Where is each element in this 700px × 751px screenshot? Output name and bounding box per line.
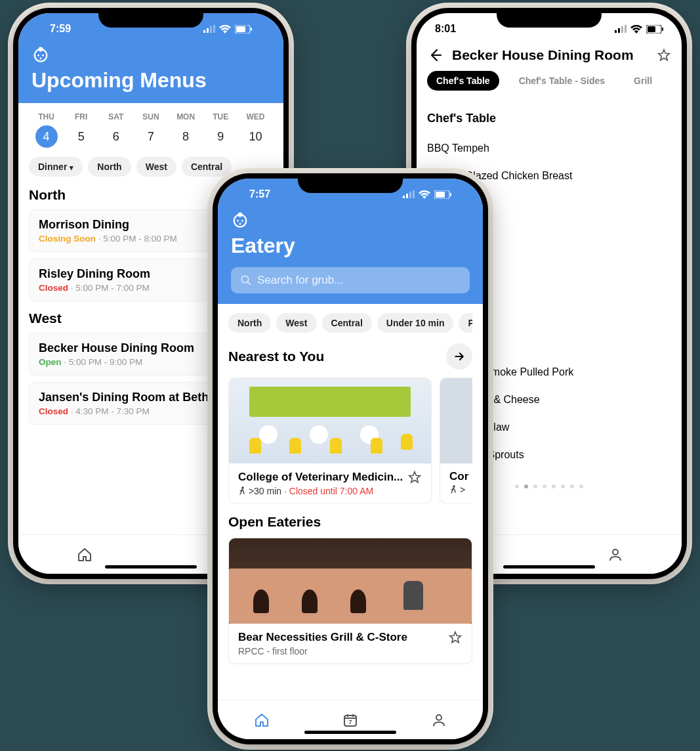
home-indicator[interactable] xyxy=(304,731,396,734)
nearest-card-vet[interactable]: College of Veterinary Medicin... >30 min… xyxy=(228,377,432,504)
wifi-icon xyxy=(219,25,231,33)
svg-point-9 xyxy=(37,54,39,56)
chip-north[interactable]: North xyxy=(88,157,131,177)
search-placeholder: Search for grub... xyxy=(257,274,343,287)
notch xyxy=(497,8,602,28)
detail-title: Becker House Dining Room xyxy=(452,47,648,63)
page-title: Upcoming Menus xyxy=(31,68,270,93)
date-6[interactable]: 6 xyxy=(98,125,133,148)
star-icon[interactable] xyxy=(407,470,422,484)
svg-rect-30 xyxy=(409,192,411,198)
svg-rect-29 xyxy=(406,194,408,198)
status-time: 7:59 xyxy=(50,23,71,35)
home-icon xyxy=(77,547,93,563)
svg-point-10 xyxy=(42,54,44,56)
chip-central[interactable]: Central xyxy=(182,157,232,177)
back-icon[interactable] xyxy=(427,47,443,63)
chip-meal[interactable]: Dinner▾ xyxy=(29,157,83,177)
tab-profile[interactable] xyxy=(430,711,448,729)
svg-point-38 xyxy=(241,220,243,222)
search-icon xyxy=(240,274,252,286)
tab-home[interactable] xyxy=(253,711,271,729)
date-7[interactable]: 7 xyxy=(133,125,168,148)
svg-rect-5 xyxy=(236,26,245,32)
svg-point-39 xyxy=(239,223,241,225)
dates-row: 4 5 6 7 8 9 10 xyxy=(29,125,273,157)
svg-point-43 xyxy=(453,485,455,487)
walk-icon xyxy=(238,486,246,496)
chip-west[interactable]: West xyxy=(136,157,176,177)
eatery-image xyxy=(229,538,472,624)
chip-under-10[interactable]: Under 10 min xyxy=(377,313,454,333)
tab-grill[interactable]: Grill xyxy=(625,71,661,91)
eatery-image xyxy=(229,378,431,463)
svg-point-42 xyxy=(241,486,243,488)
svg-rect-1 xyxy=(207,28,209,33)
notch xyxy=(98,8,203,28)
svg-rect-2 xyxy=(210,26,212,33)
date-5[interactable]: 5 xyxy=(64,125,98,148)
battery-icon xyxy=(434,190,451,199)
status-time: 7:57 xyxy=(249,188,270,200)
star-icon[interactable] xyxy=(657,48,671,62)
home-indicator[interactable] xyxy=(105,565,197,569)
svg-rect-21 xyxy=(648,26,655,32)
page-title: Eatery xyxy=(231,234,470,258)
svg-rect-19 xyxy=(625,25,627,33)
phone-eatery-home: 7:57 Eatery Search for grub... North Wes… xyxy=(213,173,488,744)
menu-section-title: Chef's Table xyxy=(427,112,671,125)
home-indicator[interactable] xyxy=(503,565,595,569)
nearest-card-next[interactable]: Cor > xyxy=(440,377,472,504)
date-10[interactable]: 10 xyxy=(238,125,273,148)
profile-icon xyxy=(431,712,447,728)
menu-item[interactable]: BBQ Tempeh xyxy=(427,135,671,162)
signal-icon xyxy=(403,190,415,198)
notch xyxy=(298,173,403,193)
tab-profile[interactable] xyxy=(606,546,625,564)
star-icon[interactable] xyxy=(448,630,463,645)
nearest-arrow-button[interactable] xyxy=(446,343,472,370)
svg-line-41 xyxy=(247,282,251,285)
eatery-sub: RPCC - first floor xyxy=(238,646,463,656)
eatery-name: Cor xyxy=(449,470,468,483)
svg-rect-17 xyxy=(618,28,620,33)
home-icon xyxy=(254,712,270,728)
tab-chefs-table-sides[interactable]: Chef's Table - Sides xyxy=(510,71,614,91)
status-time: 8:01 xyxy=(435,23,456,35)
svg-rect-18 xyxy=(621,26,623,33)
date-4[interactable]: 4 xyxy=(29,125,64,148)
nearest-title: Nearest to You xyxy=(228,349,324,364)
wifi-icon xyxy=(419,190,430,199)
signal-icon xyxy=(615,25,627,33)
profile-icon xyxy=(607,547,623,563)
walk-icon xyxy=(449,485,457,494)
date-9[interactable]: 9 xyxy=(203,125,238,148)
date-8[interactable]: 8 xyxy=(169,125,203,148)
search-input[interactable]: Search for grub... xyxy=(231,267,470,293)
chevron-down-icon: ▾ xyxy=(70,163,73,171)
svg-point-48 xyxy=(436,715,442,720)
svg-rect-31 xyxy=(413,190,415,198)
svg-point-11 xyxy=(40,58,42,60)
svg-point-8 xyxy=(39,47,43,52)
eatery-name: Bear Necessities Grill & C-Store xyxy=(238,631,407,644)
svg-rect-3 xyxy=(213,25,215,33)
chip-west[interactable]: West xyxy=(276,313,316,333)
tab-home[interactable] xyxy=(75,546,94,564)
chip-payment[interactable]: Payment xyxy=(459,313,472,333)
battery-icon xyxy=(235,25,252,33)
wifi-icon xyxy=(630,25,642,33)
app-logo-icon xyxy=(31,45,50,63)
app-logo-icon xyxy=(231,210,249,228)
open-eateries-title: Open Eateries xyxy=(228,514,472,530)
chip-north[interactable]: North xyxy=(228,313,271,333)
svg-point-40 xyxy=(241,276,249,283)
tab-calendar[interactable]: 7 xyxy=(341,711,360,729)
svg-point-27 xyxy=(613,549,618,555)
open-card-bear[interactable]: Bear Necessities Grill & C-Store RPCC - … xyxy=(228,538,472,664)
svg-point-36 xyxy=(238,213,243,217)
chip-central[interactable]: Central xyxy=(322,313,372,333)
svg-rect-33 xyxy=(436,192,445,198)
detail-tabs: Chef's Table Chef's Table - Sides Grill … xyxy=(427,71,671,91)
tab-chefs-table[interactable]: Chef's Table xyxy=(427,71,499,91)
